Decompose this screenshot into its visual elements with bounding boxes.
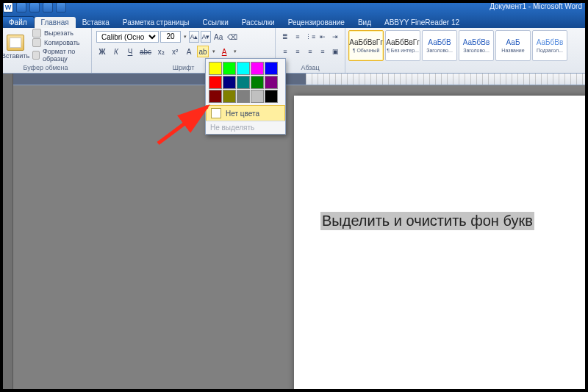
color-swatch[interactable] — [237, 90, 250, 103]
chevron-down-icon[interactable]: ▾ — [211, 49, 216, 54]
increase-indent-button[interactable]: ⇥ — [330, 31, 340, 43]
horizontal-ruler — [13, 74, 588, 85]
document-text[interactable]: Выделить и очистить фон букв — [320, 212, 534, 230]
quick-access-toolbar: W — [3, 2, 66, 13]
justify-button[interactable]: ≡ — [318, 46, 328, 57]
copy-button[interactable]: Копировать — [31, 38, 91, 47]
highlight-color-dropdown: Нет цвета Не выделять — [205, 58, 286, 135]
style-preview: АаБбВв — [463, 38, 490, 46]
color-swatch[interactable] — [237, 76, 250, 89]
group-styles: АаБбВвГг¶ ОбычныйАаБбВвГг¶ Без интер...А… — [345, 28, 588, 73]
shading-button[interactable]: ▣ — [330, 46, 340, 57]
ribbon-tabs: Файл Главная Вставка Разметка страницы С… — [0, 15, 588, 28]
multilevel-button[interactable]: ⋮≡ — [305, 31, 315, 43]
title-bar: W Документ1 - Microsoft Word — [0, 0, 588, 15]
grow-font-button[interactable]: A▴ — [189, 31, 199, 43]
text-effects-button[interactable]: A — [183, 46, 195, 57]
style-card[interactable]: АаБбВвГг¶ Без интер... — [385, 30, 420, 61]
no-color-option[interactable]: Нет цвета — [206, 105, 285, 121]
tab-mailings[interactable]: Рассылки — [235, 17, 282, 28]
group-paragraph: ≣ ≡ ⋮≡ ⇤ ⇥ ≡ ≡ ≡ ≡ ▣ Абзац — [276, 28, 345, 73]
color-grid — [206, 59, 285, 106]
italic-button[interactable]: К — [110, 46, 122, 57]
clear-formatting-button[interactable]: ⌫ — [226, 31, 239, 43]
style-card[interactable]: АаБНазвание — [495, 30, 531, 61]
format-painter-button[interactable]: Формат по образцу — [31, 48, 91, 63]
stop-highlighting-option[interactable]: Не выделять — [206, 121, 285, 134]
bullets-button[interactable]: ≣ — [280, 31, 290, 43]
color-swatch[interactable] — [209, 62, 222, 75]
tab-review[interactable]: Рецензирование — [282, 17, 351, 28]
tab-layout[interactable]: Разметка страницы — [116, 17, 196, 28]
style-name: ¶ Без интер... — [387, 48, 419, 53]
color-swatch[interactable] — [209, 76, 222, 89]
scissors-icon — [32, 29, 41, 38]
color-swatch[interactable] — [251, 62, 264, 75]
style-card[interactable]: АаБбВвГг¶ Обычный — [348, 30, 384, 61]
group-clipboard: Вставить Вырезать Копировать Формат по о… — [0, 28, 92, 73]
color-swatch[interactable] — [251, 76, 264, 89]
qat-save-icon[interactable] — [16, 2, 26, 13]
style-card[interactable]: АаБбВвПодзагол... — [532, 30, 567, 61]
vertical-ruler — [0, 74, 13, 392]
superscript-button[interactable]: x² — [169, 46, 181, 57]
style-preview: АаБбВ — [428, 38, 451, 46]
subscript-button[interactable]: x₂ — [155, 46, 167, 57]
color-swatch[interactable] — [251, 90, 264, 103]
align-left-button[interactable]: ≡ — [280, 46, 290, 57]
no-color-label: Нет цвета — [226, 110, 259, 118]
color-swatch[interactable] — [209, 90, 222, 103]
tab-insert[interactable]: Вставка — [76, 17, 116, 28]
group-label: Буфер обмена — [0, 63, 91, 73]
style-name: Заголово... — [463, 48, 490, 53]
color-swatch[interactable] — [223, 76, 236, 89]
word-icon[interactable]: W — [3, 2, 13, 13]
underline-button[interactable]: Ч — [124, 46, 136, 57]
chevron-down-icon[interactable]: ▾ — [232, 49, 237, 54]
highlight-color-button[interactable]: ab — [197, 46, 209, 57]
window-title: Документ1 - Microsoft Word — [0, 2, 588, 10]
align-center-button[interactable]: ≡ — [293, 46, 303, 57]
change-case-button[interactable]: Aa — [212, 31, 224, 43]
paste-label: Вставить — [1, 52, 29, 60]
qat-undo-icon[interactable] — [29, 2, 40, 13]
color-swatch[interactable] — [223, 62, 236, 75]
shrink-font-button[interactable]: A▾ — [201, 31, 211, 43]
paste-icon — [7, 35, 24, 51]
paste-button[interactable]: Вставить — [0, 28, 31, 63]
tab-home[interactable]: Главная — [35, 17, 76, 28]
color-swatch[interactable] — [223, 90, 236, 103]
strikethrough-button[interactable]: abc — [138, 46, 153, 57]
decrease-indent-button[interactable]: ⇤ — [318, 31, 328, 43]
style-preview: АаБбВвГг — [386, 38, 420, 46]
font-name-select[interactable]: Calibri (Осно — [96, 31, 159, 43]
qat-redo-icon[interactable] — [43, 2, 53, 13]
tab-file[interactable]: Файл — [1, 16, 35, 28]
font-color-button[interactable]: A — [218, 46, 230, 57]
font-size-select[interactable]: 20 — [160, 31, 181, 43]
copy-icon — [32, 38, 41, 47]
color-swatch[interactable] — [265, 90, 278, 103]
style-name: Заголово... — [426, 48, 453, 53]
brush-icon — [32, 51, 40, 60]
style-preview: АаБбВв — [537, 38, 564, 46]
style-name: ¶ Обычный — [353, 48, 380, 53]
color-swatch[interactable] — [237, 62, 250, 75]
tab-references[interactable]: Ссылки — [196, 17, 235, 28]
style-card[interactable]: АаБбВЗаголово... — [422, 30, 457, 61]
tab-view[interactable]: Вид — [351, 17, 378, 28]
document-page[interactable]: Выделить и очистить фон букв — [294, 96, 588, 392]
style-name: Название — [501, 48, 524, 53]
cut-button[interactable]: Вырезать — [31, 29, 91, 38]
ribbon: Вставить Вырезать Копировать Формат по о… — [0, 28, 588, 74]
tab-abbyy[interactable]: ABBYY FineReader 12 — [378, 17, 466, 28]
color-swatch[interactable] — [265, 76, 278, 89]
bold-button[interactable]: Ж — [96, 46, 108, 57]
color-swatch[interactable] — [265, 62, 278, 75]
numbering-button[interactable]: ≡ — [293, 31, 303, 43]
qat-more-icon[interactable] — [56, 2, 66, 13]
style-card[interactable]: АаБбВвЗаголово... — [459, 30, 494, 61]
align-right-button[interactable]: ≡ — [305, 46, 315, 57]
stop-highlighting-label: Не выделять — [210, 124, 254, 132]
chevron-down-icon[interactable]: ▾ — [182, 34, 187, 40]
